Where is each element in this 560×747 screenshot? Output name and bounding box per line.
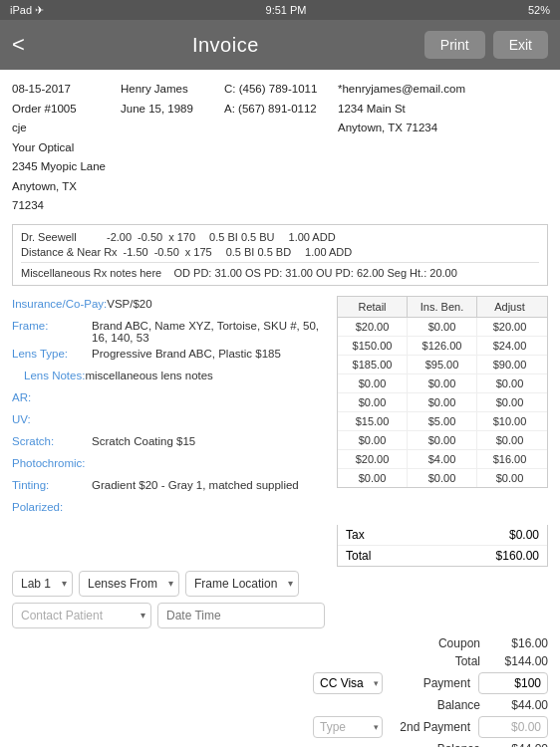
table-row-4: $0.00$0.00$0.00 xyxy=(338,393,547,412)
battery-label: 52% xyxy=(528,4,550,16)
table-cell-3-2: $0.00 xyxy=(477,374,542,392)
payment-label: Payment xyxy=(391,676,470,690)
table-cell-4-2: $0.00 xyxy=(477,393,542,411)
tax-value: $0.00 xyxy=(509,528,539,542)
billing-label-row-6: Scratch:Scratch Coating $15 xyxy=(12,433,337,455)
table-row-7: $20.00$4.00$16.00 xyxy=(338,450,547,469)
phone2-value: (567) 891-0112 xyxy=(238,103,317,115)
table-cell-5-1: $5.00 xyxy=(408,412,477,430)
table-cell-1-0: $150.00 xyxy=(338,337,408,355)
patient-citystate: Anytown, TX 71234 xyxy=(338,119,548,138)
lab-dropdown[interactable]: Lab 1 xyxy=(12,571,73,597)
table-cell-7-2: $16.00 xyxy=(477,450,542,468)
table-cell-3-1: $0.00 xyxy=(408,374,477,392)
total-label: Total xyxy=(346,549,371,563)
payment-input[interactable] xyxy=(478,672,548,694)
balance2-label: Balance xyxy=(401,742,480,747)
frame-location-dropdown[interactable]: Frame Location xyxy=(185,571,299,597)
table-row-0: $20.00$0.00$20.00 xyxy=(338,318,547,337)
rx-add1: 1.00 ADD xyxy=(289,231,336,243)
balance-value: $44.00 xyxy=(488,698,548,712)
rx-dist-near-label: Distance & Near Rx xyxy=(21,246,118,258)
back-button[interactable]: < xyxy=(12,32,35,58)
exit-button[interactable]: Exit xyxy=(493,31,548,59)
rx-sphere1: -2.00 xyxy=(107,231,132,243)
patient-phone1: C: (456) 789-1011 xyxy=(224,80,334,100)
table-row-5: $15.00$5.00$10.00 xyxy=(338,412,547,431)
balance2-row: Balance $44.00 xyxy=(239,742,548,747)
billing-labels-list: Insurance/Co-Pay:VSP/$20Frame:Brand ABC,… xyxy=(12,296,337,521)
table-row-3: $0.00$0.00$0.00 xyxy=(338,374,547,393)
billing-label-row-4: AR: xyxy=(12,389,337,411)
print-button[interactable]: Print xyxy=(424,31,485,59)
billing-key-8: Tinting: xyxy=(12,479,92,491)
table-cell-8-1: $0.00 xyxy=(408,469,477,487)
billing-key-4: AR: xyxy=(12,391,92,403)
table-cell-6-2: $0.00 xyxy=(477,431,542,449)
order-number: Order #1005 xyxy=(12,100,117,120)
patient-name: Henry James xyxy=(121,80,220,100)
billing-label-row-5: UV: xyxy=(12,411,337,433)
patient-email: *henryjames@email.com xyxy=(338,80,548,100)
table-cell-0-2: $20.00 xyxy=(477,318,542,336)
balance2-value: $44.00 xyxy=(488,742,548,747)
balance-label: Balance xyxy=(401,698,480,712)
type-dropdown-wrapper: Type xyxy=(313,716,383,738)
table-cell-2-2: $90.00 xyxy=(477,356,542,374)
billing-key-5: UV: xyxy=(12,413,92,425)
table-cell-7-1: $4.00 xyxy=(408,450,477,468)
billing-label-row-9: Polarized: xyxy=(12,499,337,521)
optical-addr1: 2345 Myopic Lane xyxy=(12,157,117,177)
second-payment-label: 2nd Payment xyxy=(391,720,470,734)
header: < Invoice Print Exit xyxy=(0,20,560,70)
coupon-total-label: Total xyxy=(401,654,480,668)
lenses-from-dropdown[interactable]: Lenses From xyxy=(79,571,179,597)
optical-addr2: Anytown, TX xyxy=(12,177,117,197)
table-cell-1-1: $126.00 xyxy=(408,337,477,355)
phone2-label: A: xyxy=(224,103,235,115)
rx-misc: Miscellaneous Rx notes here OD PD: 31.00… xyxy=(21,262,539,279)
contact-dropdown-wrapper: Contact Patient xyxy=(12,603,151,628)
patient-streetaddr: 1234 Main St xyxy=(338,100,548,120)
table-row-8: $0.00$0.00$0.00 xyxy=(338,469,547,487)
billing-key-7: Photochromic: xyxy=(12,457,92,469)
second-payment-input[interactable] xyxy=(478,716,548,738)
cje-label: cje xyxy=(12,119,117,138)
dropdowns-row: Lab 1 Lenses From Frame Location xyxy=(12,571,548,597)
payment-table: Coupon $16.00 Total $144.00 CC Visa Paym… xyxy=(239,636,548,747)
billing-label-row-3: Lens Notes:miscellaneous lens notes xyxy=(12,368,337,389)
rx-cyl2: -0.50 xyxy=(154,246,179,258)
billing-label-row-1: Frame:Brand ABC, Name XYZ, Tortoise, SKU… xyxy=(12,318,337,346)
date-time-input[interactable] xyxy=(157,603,325,628)
cc-type-dropdown[interactable]: CC Visa xyxy=(313,672,383,694)
rx-axis1: x 170 xyxy=(168,231,195,243)
rx-box: Dr. Seewell -2.00 -0.50 x 170 0.5 BI 0.5… xyxy=(12,224,548,286)
status-time: 9:51 PM xyxy=(266,4,307,16)
patient-col1: 08-15-2017 Order #1005 cje Your Optical … xyxy=(12,80,117,216)
rx-axis2: x 175 xyxy=(185,246,212,258)
type-dropdown[interactable]: Type xyxy=(313,716,383,738)
table-cell-1-2: $24.00 xyxy=(477,337,542,355)
billing-label-row-2: Lens Type:Progressive Brand ABC, Plastic… xyxy=(12,346,337,368)
table-cell-6-0: $0.00 xyxy=(338,431,408,449)
table-cell-8-0: $0.00 xyxy=(338,469,408,487)
rx-row1: Dr. Seewell -2.00 -0.50 x 170 0.5 BI 0.5… xyxy=(21,231,539,243)
table-cell-3-0: $0.00 xyxy=(338,374,408,392)
billing-table: Retail Ins. Ben. Adjust $20.00$0.00$20.0… xyxy=(337,296,548,521)
billing-key-6: Scratch: xyxy=(12,435,92,447)
billing-table-inner: Retail Ins. Ben. Adjust $20.00$0.00$20.0… xyxy=(337,296,548,488)
frame-location-dropdown-wrapper: Frame Location xyxy=(185,571,299,597)
coupon-label: Coupon xyxy=(401,636,480,650)
billing-val-2: Progressive Brand ABC, Plastic $185 xyxy=(92,348,337,360)
coupon-value: $16.00 xyxy=(488,636,548,650)
billing-key-3: Lens Notes: xyxy=(12,370,85,381)
contact-patient-dropdown[interactable]: Contact Patient xyxy=(12,603,151,628)
table-cell-0-1: $0.00 xyxy=(408,318,477,336)
billing-val-8: Gradient $20 - Gray 1, matched supplied xyxy=(92,479,337,491)
page-title: Invoice xyxy=(35,34,417,57)
table-cell-2-1: $95.00 xyxy=(408,356,477,374)
optical-addr3: 71234 xyxy=(12,196,117,216)
billing-table-header: Retail Ins. Ben. Adjust xyxy=(338,297,547,318)
payment-section: Coupon $16.00 Total $144.00 CC Visa Paym… xyxy=(12,636,548,747)
table-cell-2-0: $185.00 xyxy=(338,356,408,374)
